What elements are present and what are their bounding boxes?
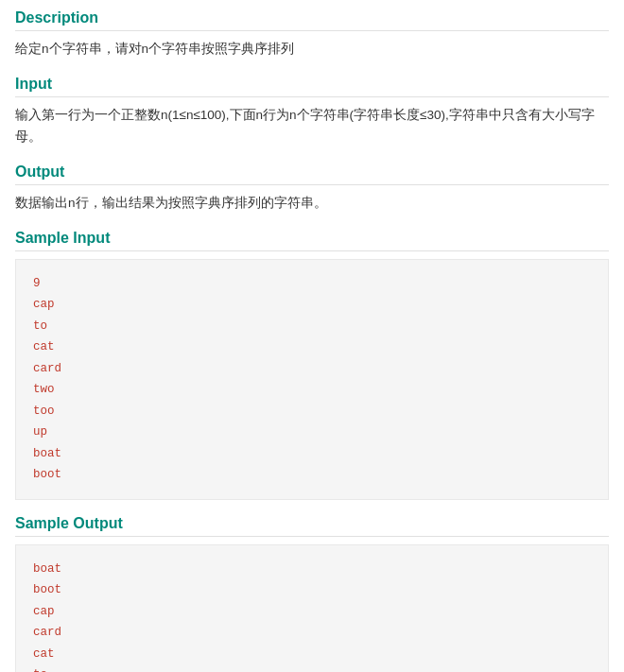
list-item: boat <box>33 559 591 580</box>
list-item: boot <box>33 579 591 601</box>
list-item: boot <box>33 464 591 486</box>
description-content: 给定n个字符串，请对n个字符串按照字典序排列 <box>15 39 609 60</box>
sample-output-lines: boatbootcapcardcattotootwoup <box>33 559 591 672</box>
sample-input-title: Sample Input <box>15 230 609 251</box>
list-item: to <box>33 316 591 337</box>
sample-input-lines: 9captocatcardtwotooupboatboot <box>33 273 591 486</box>
input-content: 输入第一行为一个正整数n(1≤n≤100),下面n行为n个字符串(字符串长度≤3… <box>15 105 609 148</box>
output-title: Output <box>15 164 609 185</box>
list-item: 9 <box>33 273 591 295</box>
list-item: cat <box>33 336 591 358</box>
page-wrapper: Description 给定n个字符串，请对n个字符串按照字典序排列 Input… <box>15 9 609 672</box>
sample-input-section: Sample Input 9captocatcardtwotooupboatbo… <box>15 230 609 500</box>
sample-output-title: Sample Output <box>15 515 609 537</box>
input-title: Input <box>15 76 609 97</box>
sample-input-block: 9captocatcardtwotooupboatboot <box>15 259 609 500</box>
description-title: Description <box>15 9 609 31</box>
list-item: boat <box>33 443 591 465</box>
output-content: 数据输出n行，输出结果为按照字典序排列的字符串。 <box>15 193 609 215</box>
sample-output-block: boatbootcapcardcattotootwoup <box>15 544 609 672</box>
sample-output-section: Sample Output boatbootcapcardcattotootwo… <box>15 515 609 672</box>
output-section: Output 数据输出n行，输出结果为按照字典序排列的字符串。 <box>15 164 609 215</box>
list-item: too <box>33 401 591 422</box>
list-item: card <box>33 622 591 644</box>
list-item: cap <box>33 294 591 316</box>
list-item: cat <box>33 644 591 665</box>
input-section: Input 输入第一行为一个正整数n(1≤n≤100),下面n行为n个字符串(字… <box>15 76 609 148</box>
list-item: two <box>33 379 591 401</box>
list-item: up <box>33 422 591 443</box>
list-item: to <box>33 664 591 672</box>
description-section: Description 给定n个字符串，请对n个字符串按照字典序排列 <box>15 9 609 60</box>
list-item: card <box>33 358 591 380</box>
list-item: cap <box>33 601 591 623</box>
